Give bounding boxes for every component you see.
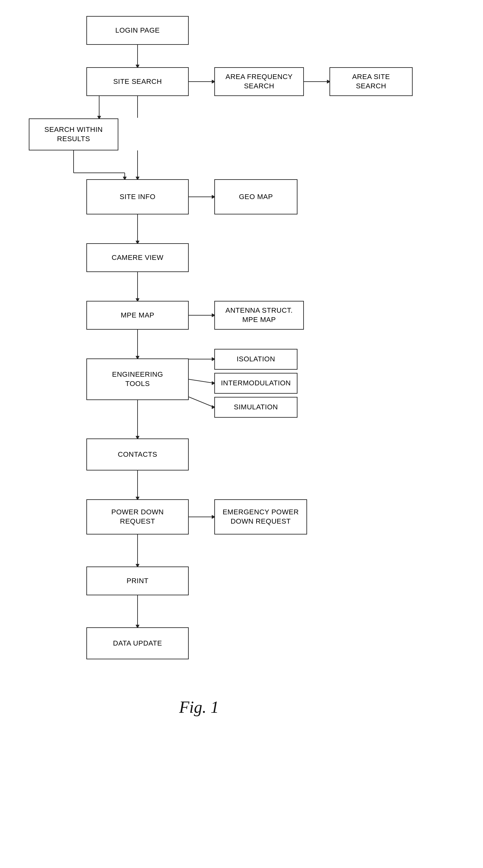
area-freq-search-box: AREA FREQUENCYSEARCH — [214, 67, 304, 96]
emergency-power-down-box: EMERGENCY POWERDOWN REQUEST — [214, 499, 307, 534]
simulation-box: SIMULATION — [214, 397, 297, 418]
site-search-label: SITE SEARCH — [113, 77, 162, 86]
isolation-box: ISOLATION — [214, 349, 297, 370]
area-site-search-box: AREA SITESEARCH — [329, 67, 413, 96]
geo-map-box: GEO MAP — [214, 179, 297, 214]
engineering-tools-box: ENGINEERINGTOOLS — [86, 359, 189, 400]
data-update-box: DATA UPDATE — [86, 627, 189, 659]
contacts-label: CONTACTS — [118, 450, 157, 459]
intermodulation-box: INTERMODULATION — [214, 373, 297, 394]
site-search-box: SITE SEARCH — [86, 67, 189, 96]
svg-line-27 — [189, 379, 214, 383]
data-update-label: DATA UPDATE — [113, 639, 162, 648]
login-page-box: LOGIN PAGE — [86, 16, 189, 45]
power-down-request-label: POWER DOWNREQUEST — [111, 507, 164, 526]
svg-line-29 — [189, 397, 214, 407]
emergency-power-down-label: EMERGENCY POWERDOWN REQUEST — [223, 507, 299, 526]
site-info-label: SITE INFO — [120, 192, 156, 202]
engineering-tools-label: ENGINEERINGTOOLS — [112, 370, 163, 388]
mpe-map-box: MPE MAP — [86, 301, 189, 330]
isolation-label: ISOLATION — [237, 354, 275, 364]
intermodulation-label: INTERMODULATION — [221, 379, 291, 388]
print-box: PRINT — [86, 566, 189, 595]
camera-view-box: CAMERE VIEW — [86, 243, 189, 272]
login-page-label: LOGIN PAGE — [115, 26, 160, 35]
geo-map-label: GEO MAP — [239, 192, 273, 202]
figure-label: Fig. 1 — [179, 698, 219, 717]
search-within-results-box: SEARCH WITHINRESULTS — [29, 118, 118, 150]
simulation-label: SIMULATION — [234, 403, 278, 412]
area-site-search-label: AREA SITESEARCH — [352, 72, 390, 91]
camera-view-label: CAMERE VIEW — [111, 253, 163, 262]
mpe-map-label: MPE MAP — [121, 311, 155, 320]
site-info-box: SITE INFO — [86, 179, 189, 214]
power-down-request-box: POWER DOWNREQUEST — [86, 499, 189, 534]
print-label: PRINT — [127, 577, 149, 586]
flowchart-diagram: LOGIN PAGE SITE SEARCH AREA FREQUENCYSEA… — [0, 0, 483, 868]
antenna-struct-box: ANTENNA STRUCT.MPE MAP — [214, 301, 304, 330]
antenna-struct-label: ANTENNA STRUCT.MPE MAP — [226, 306, 293, 324]
contacts-box: CONTACTS — [86, 438, 189, 470]
area-freq-search-label: AREA FREQUENCYSEARCH — [226, 72, 293, 91]
search-within-results-label: SEARCH WITHINRESULTS — [44, 125, 103, 144]
